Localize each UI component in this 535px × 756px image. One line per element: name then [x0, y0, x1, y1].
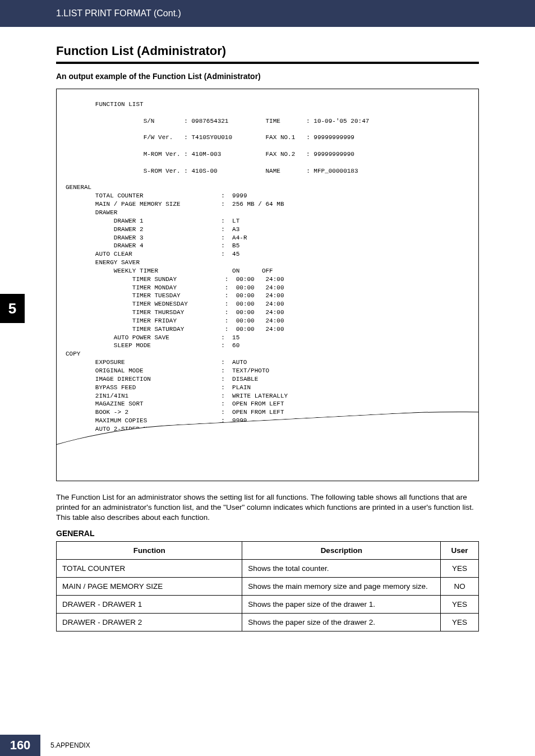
printout-box: FUNCTION LIST S/N : 0987654321 TIME : 10… — [56, 89, 479, 481]
table-row: MAIN / PAGE MEMORY SIZE Shows the main m… — [57, 577, 479, 595]
printout-row: TIMER WEDNESDAY : 00:00 24:00 — [66, 301, 284, 307]
table-row: DRAWER - DRAWER 1 Shows the paper size o… — [57, 595, 479, 613]
printout-row: TOTAL COUNTER : 9999 — [66, 192, 247, 199]
cell-description: Shows the paper size of the drawer 2. — [242, 613, 441, 631]
footer-text: 5.APPENDIX — [50, 741, 90, 749]
printout-row: AUTO CLEAR : 45 — [66, 251, 239, 257]
cell-description: Shows the paper size of the drawer 1. — [242, 595, 441, 613]
printout-general-label: GENERAL — [66, 184, 91, 191]
table-section-label: GENERAL — [56, 529, 479, 538]
header-band: 1.LIST PRINT FORMAT (Cont.) — [0, 0, 535, 27]
printout-row: TIMER SUNDAY : 00:00 24:00 — [66, 276, 284, 283]
section-rule — [56, 62, 479, 64]
printout-row: IMAGE DIRECTION : DISABLE — [66, 376, 258, 382]
printout-row: DRAWER 4 : B5 — [66, 242, 239, 249]
printout-row: TIMER SATURDAY : 00:00 24:00 — [66, 326, 284, 333]
printout-meta-row: M-ROM Ver. : 410M-003 FAX NO.2 : 9999999… — [66, 151, 354, 158]
cell-description: Shows the total counter. — [242, 559, 441, 577]
side-tab: 5 — [0, 294, 25, 323]
printout-row: WEEKLY TIMER ON OFF — [66, 268, 273, 274]
content-area: Function List (Administrator) An output … — [0, 27, 535, 631]
printout-row: BYPASS FEED : PLAIN — [66, 384, 251, 391]
page-number-box: 160 — [0, 735, 40, 756]
body-paragraph: The Function List for an administrator s… — [56, 492, 479, 523]
printout-row: 2IN1/4IN1 : WRITE LATERALLY — [66, 393, 288, 399]
printout-row: TIMER MONDAY : 00:00 24:00 — [66, 284, 284, 291]
cell-user: YES — [441, 559, 479, 577]
cell-user: NO — [441, 577, 479, 595]
printout-meta-row: S-ROM Ver. : 410S-00 NAME : MFP_00000183 — [66, 168, 358, 174]
cell-function: DRAWER - DRAWER 2 — [57, 613, 242, 631]
printout-meta-row: S/N : 0987654321 TIME : 10-09-'05 20:47 — [66, 118, 369, 125]
printout-row: MAGAZINE SORT : OPEN FROM LEFT — [66, 400, 284, 407]
table-header-row: Function Description User — [57, 541, 479, 559]
printout-row: EXPOSURE : AUTO — [66, 359, 247, 366]
cell-user: YES — [441, 595, 479, 613]
printout-title: FUNCTION LIST — [66, 101, 144, 108]
th-description: Description — [242, 541, 441, 559]
page-number: 160 — [10, 738, 31, 753]
table-row: DRAWER - DRAWER 2 Shows the paper size o… — [57, 613, 479, 631]
th-user: User — [441, 541, 479, 559]
table-row: TOTAL COUNTER Shows the total counter. Y… — [57, 559, 479, 577]
th-function: Function — [57, 541, 242, 559]
header-band-text: 1.LIST PRINT FORMAT (Cont.) — [56, 8, 181, 19]
printout-copy-label: COPY — [66, 351, 80, 357]
footer: 160 5.APPENDIX — [0, 735, 90, 756]
cell-user: YES — [441, 613, 479, 631]
side-tab-number: 5 — [8, 300, 16, 317]
function-table: Function Description User TOTAL COUNTER … — [56, 541, 479, 631]
printout-row: DRAWER 2 : A3 — [66, 226, 239, 233]
cell-function: DRAWER - DRAWER 1 — [57, 595, 242, 613]
section-subtitle: An output example of the Function List (… — [56, 72, 479, 81]
printout-row: AUTO POWER SAVE : 15 — [66, 334, 239, 341]
printout-row: DRAWER — [66, 209, 117, 216]
section-title: Function List (Administrator) — [56, 44, 479, 58]
printout-row: SLEEP MODE : 60 — [66, 342, 239, 349]
printout-row: MAIN / PAGE MEMORY SIZE : 256 MB / 64 MB — [66, 201, 284, 208]
cell-function: TOTAL COUNTER — [57, 559, 242, 577]
printout-row: TIMER THURSDAY : 00:00 24:00 — [66, 309, 284, 316]
cell-description: Shows the main memory size and page memo… — [242, 577, 441, 595]
printout-row: DRAWER 1 : LT — [66, 218, 239, 224]
printout-row: TIMER TUESDAY : 00:00 24:00 — [66, 292, 284, 299]
printout-row: DRAWER 3 : A4-R — [66, 234, 247, 241]
printout-row: ENERGY SAVER — [66, 259, 140, 266]
printout-meta-row: F/W Ver. : T410SY0U010 FAX NO.1 : 999999… — [66, 134, 354, 141]
printout-row: ORIGINAL MODE : TEXT/PHOTO — [66, 367, 269, 374]
cell-function: MAIN / PAGE MEMORY SIZE — [57, 577, 242, 595]
printout-row: TIMER FRIDAY : 00:00 24:00 — [66, 317, 284, 324]
printout-row: BOOK -> 2 : OPEN FROM LEFT — [66, 409, 284, 416]
